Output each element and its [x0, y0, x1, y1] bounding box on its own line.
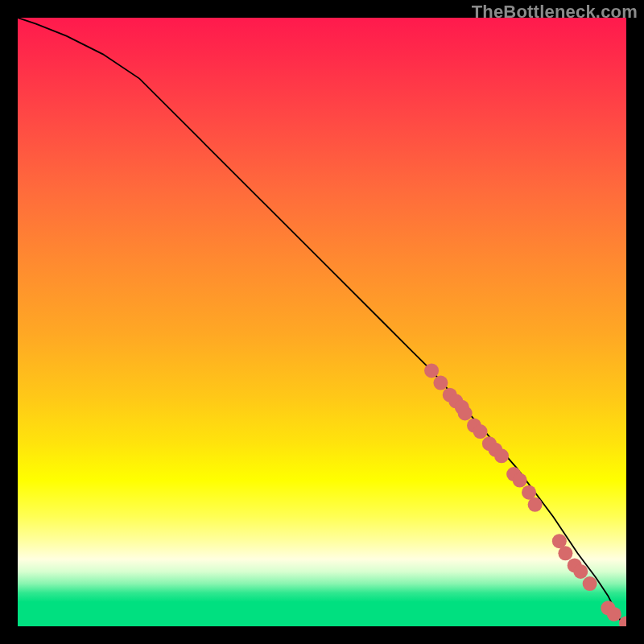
- data-point: [458, 406, 473, 420]
- chart-frame: TheBottleneck.com: [0, 0, 644, 644]
- data-point: [473, 424, 488, 439]
- data-point: [573, 564, 588, 579]
- data-point: [494, 448, 509, 463]
- data-point: [583, 576, 597, 591]
- curve-path: [18, 18, 626, 623]
- data-point: [513, 473, 527, 488]
- data-point: [558, 546, 572, 560]
- data-point: [607, 607, 621, 621]
- data-point: [528, 497, 543, 512]
- chart-svg: [18, 18, 626, 626]
- plot-area: [18, 18, 626, 626]
- data-point: [433, 376, 448, 390]
- curve-line: [18, 18, 626, 623]
- watermark-text: TheBottleneck.com: [472, 2, 638, 23]
- scatter-points: [424, 363, 626, 626]
- data-point: [424, 363, 439, 378]
